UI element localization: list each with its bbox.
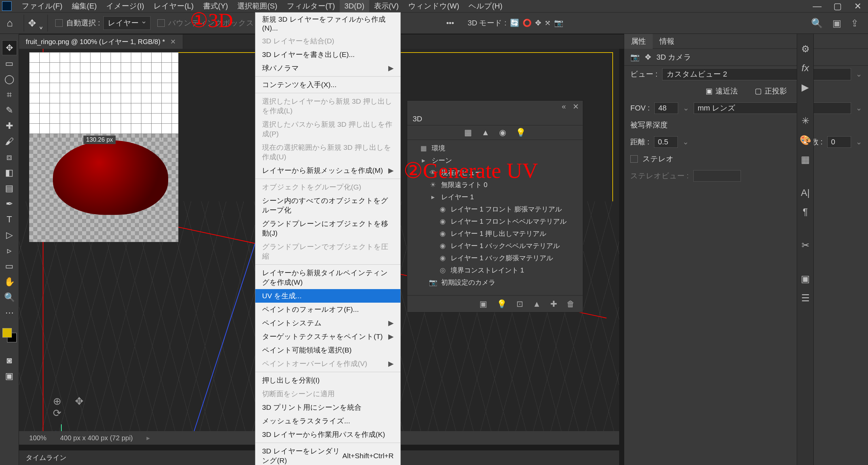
menu-item[interactable]: レイヤーから新規メッシュを作成(M)▶ <box>255 164 400 177</box>
stamp-tool[interactable]: ⧈ <box>2 150 17 164</box>
maximize-button[interactable]: ▢ <box>827 0 848 12</box>
tree-row[interactable]: ◉レイヤー 1 バックベベルマテリアル <box>414 240 583 252</box>
menu-item[interactable]: 3D プリント用にシーンを統合 <box>255 401 400 414</box>
perspective-button[interactable]: ▣遠近法 <box>706 86 738 96</box>
zoom-level[interactable]: 100% <box>29 434 46 442</box>
orthographic-button[interactable]: ▢正投影 <box>755 86 787 96</box>
dock-wheel-icon[interactable]: ✳ <box>802 115 809 126</box>
menu-item[interactable]: コンテンツを入手(X)... <box>255 78 400 92</box>
close-button[interactable]: ✕ <box>848 0 868 12</box>
tree-row[interactable]: ▦環境 <box>414 142 583 154</box>
tab-properties[interactable]: 属性 <box>624 34 653 49</box>
bbox-checkbox[interactable] <box>157 19 165 27</box>
move-tool-icon[interactable]: ✥ ˬ <box>28 18 43 29</box>
edit-toolbar[interactable]: ⋯ <box>2 306 17 320</box>
dock-layers-icon[interactable]: ☰ <box>801 292 810 304</box>
menu-item[interactable]: 3D レイヤーをレンダリング(R)Alt+Shift+Ctrl+R <box>255 444 400 465</box>
tree-row[interactable]: ◉レイヤー 1 バック膨張マテリアル <box>414 252 583 264</box>
eraser-tool[interactable]: ◧ <box>2 165 17 180</box>
heal-tool[interactable]: ✚ <box>2 119 17 133</box>
crop-tool[interactable]: ⌗ <box>2 87 17 102</box>
menu-file[interactable]: ファイル(F) <box>17 0 67 12</box>
menu-item[interactable]: ペイントシステム▶ <box>255 316 400 330</box>
gradient-tool[interactable]: ▤ <box>2 181 17 195</box>
direct-select-tool[interactable]: ▹ <box>2 243 17 258</box>
minimize-button[interactable]: — <box>807 0 827 12</box>
menu-item[interactable]: メッシュをラスタライズ... <box>255 414 400 428</box>
tree-row[interactable]: ▸レイヤー 1 <box>414 191 583 203</box>
dock-palette-icon[interactable]: 🎨 <box>800 135 811 146</box>
search-icon[interactable]: 🔍 <box>811 18 823 29</box>
menu-item[interactable]: ペイント可能領域を選択(B) <box>255 343 400 357</box>
menu-item[interactable]: グランドプレーンにオブジェクトを移動(J) <box>255 217 400 240</box>
menu-item[interactable]: 球パノラマ▶ <box>255 61 400 75</box>
menu-window[interactable]: ウィンドウ(W) <box>403 0 464 12</box>
3d-widget-icons[interactable]: ⊕ ✥ ⟳ <box>53 395 94 416</box>
filter-mesh-icon[interactable]: ▲ <box>481 128 490 137</box>
menu-item[interactable]: 押し出しを分割(I) <box>255 373 400 387</box>
auto-select-dropdown[interactable]: レイヤー <box>103 16 151 30</box>
marquee-tool[interactable]: ▭ <box>2 56 17 70</box>
slide-icon[interactable]: ⤧ <box>545 19 551 27</box>
menu-view[interactable]: 表示(V) <box>369 0 403 12</box>
stereo-checkbox[interactable] <box>630 155 638 163</box>
colors-input[interactable]: 0 <box>827 136 851 148</box>
menu-item[interactable]: シーン内のすべてのオブジェクトをグループ化 <box>255 194 400 217</box>
panel-close-icon[interactable]: ✕ <box>573 102 579 111</box>
roll-icon[interactable]: ⭕ <box>522 19 532 27</box>
pen-tool[interactable]: ✒ <box>2 197 17 211</box>
menu-item[interactable]: ペイントのフォールオフ(F)... <box>255 303 400 316</box>
tree-row[interactable]: ◎境界コンストレイント 1 <box>414 264 583 276</box>
lasso-tool[interactable]: ◯ <box>2 72 17 86</box>
dock-fx-icon[interactable]: fx <box>802 63 809 74</box>
light-add-icon[interactable]: 💡 <box>497 299 507 309</box>
filter-scene-icon[interactable]: ▦ <box>464 128 472 137</box>
zoom-tool[interactable]: 🔍 <box>2 290 17 304</box>
shape-tool[interactable]: ▭ <box>2 259 17 273</box>
tree-row[interactable]: ◉レイヤー 1 押し出しマテリアル <box>414 227 583 240</box>
share-icon[interactable]: ⇪ <box>851 18 859 29</box>
overflow-icon[interactable]: ••• <box>446 19 454 27</box>
fov-input[interactable]: 48 <box>654 102 678 114</box>
dock-play-icon[interactable]: ▶ <box>802 82 809 93</box>
dock-para-icon[interactable]: ¶ <box>803 206 808 217</box>
view-dropdown[interactable]: カスタムビュー 2 <box>662 68 851 80</box>
dock-cube-icon[interactable]: ▣ <box>801 273 810 284</box>
new-icon[interactable]: ✚ <box>550 299 557 309</box>
tab-info[interactable]: 情報 <box>653 34 681 49</box>
menu-item[interactable]: 新規 3D レイヤーをファイルから作成(N)... <box>255 13 400 34</box>
frame-icon[interactable]: ▣ <box>832 18 841 29</box>
menu-help[interactable]: ヘルプ(H) <box>464 0 507 12</box>
camera-add-icon[interactable]: ⊡ <box>516 299 523 309</box>
camera-icon[interactable]: 📷 <box>554 19 563 27</box>
menu-3d[interactable]: 3D(D) <box>340 0 369 12</box>
hand-tool[interactable]: ✋ <box>2 275 17 289</box>
distance-input[interactable]: 0.5 <box>654 136 678 148</box>
panel-3d-tab[interactable]: 3D <box>413 115 422 123</box>
tree-row[interactable]: ◉レイヤー 1 フロント 膨張マテリアル <box>414 203 583 215</box>
dock-swatches-icon[interactable]: ▦ <box>801 154 810 165</box>
brush-tool[interactable]: 🖌 <box>2 134 17 148</box>
dock-slider-icon[interactable]: ⚙ <box>801 43 810 55</box>
menu-select[interactable]: 選択範囲(S) <box>233 0 282 12</box>
pan-icon[interactable]: ✥ <box>535 19 541 27</box>
fov-unit-dropdown[interactable]: mm レンズ <box>694 102 851 114</box>
menu-image[interactable]: イメージ(I) <box>101 0 149 12</box>
mesh-add-icon[interactable]: ▲ <box>533 299 541 309</box>
document-tab[interactable]: fruit_ringo.png @ 100% (レイヤー 1, RGB/8) *… <box>19 35 183 49</box>
menu-item[interactable]: 3D レイヤーから作業用パスを作成(K) <box>255 428 400 441</box>
tree-row[interactable]: 📷初期設定のカメラ <box>414 276 583 288</box>
menu-item[interactable]: レイヤーから新規タイルペインティングを作成(W) <box>255 266 400 289</box>
screen-mode-button[interactable]: ▣ <box>2 369 17 383</box>
auto-select-checkbox[interactable] <box>55 19 63 27</box>
menu-filter[interactable]: フィルター(T) <box>282 0 340 12</box>
move-tool[interactable]: ✥ <box>2 41 17 55</box>
close-tab-icon[interactable]: ✕ <box>170 38 176 46</box>
type-tool[interactable]: T <box>2 212 17 226</box>
color-swatches[interactable] <box>2 328 17 342</box>
filter-material-icon[interactable]: ◉ <box>499 128 506 137</box>
menu-edit[interactable]: 編集(E) <box>67 0 101 12</box>
path-select-tool[interactable]: ▷ <box>2 228 17 242</box>
orbit-icon[interactable]: 🔄 <box>510 19 519 27</box>
eyedropper-tool[interactable]: ✎ <box>2 103 17 117</box>
